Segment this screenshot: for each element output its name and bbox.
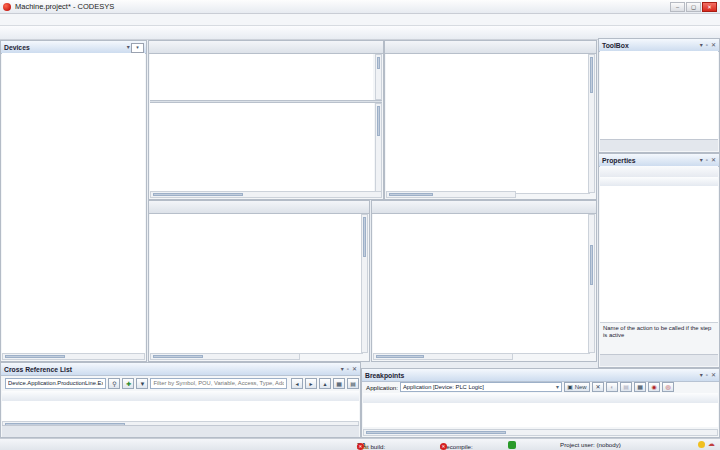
filter-button[interactable]: ▼ (136, 378, 148, 389)
project-user: Project user: (nobody) (560, 441, 621, 448)
application-select[interactable]: Application [Device: PLC Logic]▾ (400, 382, 562, 392)
panel-menu-icon[interactable]: ▾ (341, 365, 344, 373)
crossref-title: Cross Reference List (4, 366, 72, 373)
close-button[interactable]: ✕ (702, 2, 717, 12)
title-bar: Machine.project* - CODESYS – ▢ ✕ (0, 0, 720, 14)
prev-reference-button[interactable]: ◂ (291, 378, 303, 389)
property-description: Name of the action to be called if the s… (600, 322, 718, 355)
pin-icon[interactable]: ▫ (706, 41, 708, 49)
pin-icon[interactable]: ▫ (706, 371, 708, 379)
statemachine-panel (371, 200, 597, 362)
symbol-search-input[interactable] (5, 378, 106, 389)
clear-all-button[interactable]: ◎ (662, 382, 674, 392)
devices-panel: Devices ▾▫✕ ▾ (0, 40, 147, 362)
close-icon[interactable]: ✕ (352, 365, 357, 373)
properties-dock-tabs (600, 354, 718, 366)
cross-reference-panel: Cross Reference List ▾▫✕ ⚲ ✚ ▼ ◂ ▸ ▴ ▦ ▤ (0, 362, 361, 438)
pin-icon[interactable]: ▫ (347, 365, 349, 373)
properties-filler (600, 290, 718, 322)
new-breakpoint-button[interactable]: ▣ New ▾ (564, 382, 590, 392)
online-state-icon (508, 441, 516, 449)
toolbox-title: ToolBox (602, 42, 629, 49)
breakpoints-title: Breakpoints (365, 372, 404, 379)
close-icon[interactable]: ✕ (711, 41, 716, 49)
restore-button[interactable]: ▢ (686, 2, 701, 12)
device-filter-dropdown[interactable]: ▾ (131, 43, 144, 53)
statemachine-hscrollbar[interactable] (373, 353, 513, 360)
last-build-status: Last build: ✕ 2 ⚠ 1 (357, 441, 366, 448)
editor-tab-bar (149, 41, 383, 54)
breakpoints-toolbar: Application: Application [Device: PLC Lo… (363, 381, 718, 393)
fbd-canvas[interactable] (150, 214, 363, 354)
statemachine-vscrollbar[interactable] (588, 214, 595, 353)
edit-breakpoint-button[interactable]: ▤ (620, 382, 632, 392)
panel-menu-icon[interactable]: ▾ (127, 43, 130, 51)
export-breakpoints-button[interactable]: ▦ (634, 382, 646, 392)
add-button[interactable]: ✚ (122, 378, 134, 389)
minimize-button[interactable]: – (670, 2, 685, 12)
next-reference-button[interactable]: ▸ (305, 378, 317, 389)
sfc-panel (384, 40, 597, 200)
print-button[interactable]: ▤ (347, 378, 359, 389)
editor-hscrollbar[interactable] (150, 191, 382, 198)
statemachine-canvas[interactable] (373, 214, 590, 354)
panel-menu-icon[interactable]: ▾ (700, 41, 703, 49)
toolbox-panel: ToolBox ▾▫✕ (598, 38, 720, 153)
break-all-button[interactable]: ◉ (648, 382, 660, 392)
export-button[interactable]: ▦ (333, 378, 345, 389)
device-tree[interactable] (2, 53, 145, 353)
automation-server-state-icon[interactable]: ☁ (708, 440, 715, 448)
enable-breakpoint-button[interactable]: ◐ (606, 382, 618, 392)
sfc-canvas[interactable] (386, 54, 590, 194)
sfc-vscrollbar[interactable] (588, 54, 595, 193)
codesys-logo-icon (3, 3, 11, 11)
panel-menu-icon[interactable]: ▾ (700, 371, 703, 379)
search-button[interactable]: ⚲ (108, 378, 120, 389)
breakpoints-hscrollbar[interactable] (363, 429, 718, 436)
window-title: Machine.project* - CODESYS (15, 2, 114, 11)
delete-breakpoint-button[interactable]: ✕ (592, 382, 604, 392)
properties-title: Properties (602, 157, 636, 164)
close-icon[interactable]: ✕ (711, 371, 716, 379)
toolbox-dock-tabs (600, 139, 718, 151)
fbd-hscrollbar[interactable] (150, 353, 300, 360)
implementation-editor[interactable] (150, 103, 374, 192)
status-bar: Last build: ✕ 2 ⚠ 1 Precompile: ✕ Projec… (0, 438, 720, 450)
precompile-error-icon: ✕ (440, 443, 447, 450)
statemachine-tab-bar (372, 201, 596, 214)
sfc-tab-bar (385, 41, 596, 54)
collapse-button[interactable]: ▴ (319, 378, 331, 389)
panel-menu-icon[interactable]: ▾ (700, 156, 703, 164)
editor-panel (148, 40, 384, 200)
crossref-toolbar: ⚲ ✚ ▼ ◂ ▸ ▴ ▦ ▤ (2, 375, 359, 391)
close-icon[interactable]: ✕ (711, 156, 716, 164)
implementation-vscrollbar[interactable] (375, 103, 382, 192)
menu-bar (0, 14, 720, 26)
application-value: Application [Device: PLC Logic] (403, 384, 484, 390)
devices-panel-title: Devices (4, 44, 30, 51)
sfc-hscrollbar[interactable] (386, 191, 516, 198)
properties-panel: Properties ▾▫✕ Name of the action to be … (598, 153, 720, 368)
fbd-panel (148, 200, 370, 362)
fbd-vscrollbar[interactable] (361, 214, 368, 353)
message-dock-tabs (2, 425, 359, 437)
devices-hscrollbar[interactable] (2, 353, 145, 360)
application-label: Application: (366, 384, 398, 391)
warning-icon: ⚠ (362, 443, 368, 450)
fbd-tab-bar (149, 201, 369, 214)
breakpoints-panel: Breakpoints ▾▫✕ Application: Application… (361, 368, 720, 438)
declaration-editor[interactable] (150, 54, 373, 100)
pending-changes-icon[interactable] (698, 441, 705, 448)
crossref-filter-input[interactable] (150, 378, 287, 389)
pin-icon[interactable]: ▫ (706, 156, 708, 164)
declaration-vscrollbar[interactable] (375, 54, 382, 100)
